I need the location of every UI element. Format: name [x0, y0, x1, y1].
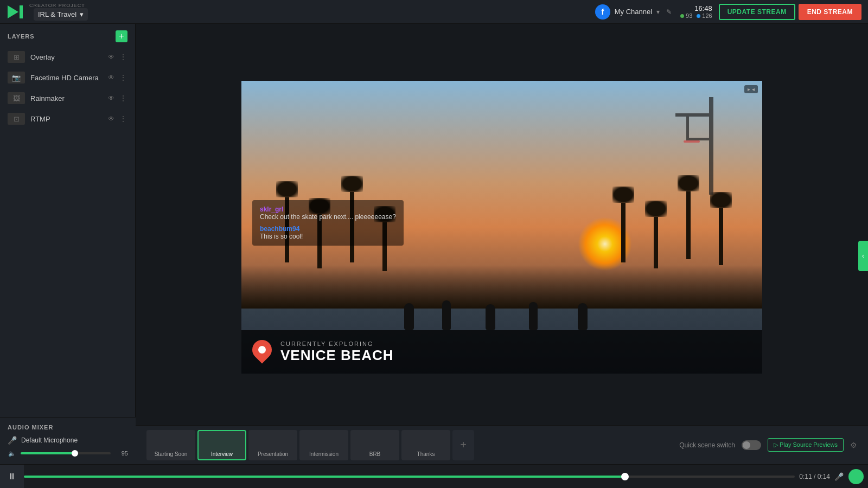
time-display: 0:11 / 0:14: [799, 473, 830, 480]
scene-label: Thanks: [417, 451, 435, 457]
layer-thumbnail: ⊞: [8, 51, 25, 63]
chat-message-1: Check out the skate park next.... pleeee…: [260, 213, 396, 221]
main-content: sklr_grl Check out the skate park next..…: [136, 24, 868, 464]
chat-user-2: beachbum94: [260, 225, 396, 233]
play-source-label: ▷ Play Source Previews: [774, 441, 838, 448]
audio-mixer: AUDIO MIXER 🎤 Default Microphone 🔈 95: [0, 417, 136, 464]
layer-thumbnail: 🖼: [8, 92, 25, 104]
scene-name: IRL & Travel: [38, 10, 76, 18]
layer-controls: 👁 ⋮: [107, 114, 127, 123]
layer-thumbnail: ⊡: [8, 113, 25, 125]
volume-row: 🔈 95: [8, 449, 128, 458]
layer-item[interactable]: ⊡ RTMP 👁 ⋮: [0, 108, 135, 129]
layers-title: LAYERS: [8, 33, 35, 40]
layer-item[interactable]: 📷 Facetime HD Camera 👁 ⋮: [0, 67, 135, 88]
scene-thumb[interactable]: BRB: [350, 430, 399, 460]
quick-scene-label: Quick scene switch: [679, 441, 735, 449]
current-time: 0:11: [799, 473, 812, 480]
play-pause-button[interactable]: ⏸: [0, 465, 24, 489]
scene-thumb[interactable]: Intermission: [299, 430, 348, 460]
location-pin-icon: [252, 340, 272, 364]
scene-thumb[interactable]: Thanks: [401, 430, 450, 460]
layer-name: Overlay: [30, 53, 101, 61]
layer-visibility-icon[interactable]: 👁: [107, 94, 116, 102]
mic-row: 🎤 Default Microphone: [8, 436, 128, 445]
scene-label: Interview: [211, 451, 233, 457]
channel-dropdown-icon[interactable]: ▾: [656, 8, 660, 16]
layer-visibility-icon[interactable]: 👁: [107, 114, 116, 123]
volume-value: 95: [115, 450, 128, 457]
update-stream-button[interactable]: UPDATE STREAM: [719, 4, 795, 20]
layer-controls: 👁 ⋮: [107, 73, 127, 82]
microphone-toggle-icon[interactable]: 🎤: [830, 468, 847, 485]
quick-scene-toggle[interactable]: [742, 440, 761, 450]
play-source-button[interactable]: ▷ Play Source Previews: [768, 438, 844, 452]
location-text: CURRENTLY EXPLORING VENICE BEACH: [280, 341, 751, 364]
exploring-label: CURRENTLY EXPLORING: [280, 341, 751, 347]
chevron-down-icon: ▾: [80, 10, 84, 18]
layers-list: ⊞ Overlay 👁 ⋮ 📷 Facetime HD Camera 👁 ⋮ 🖼…: [0, 47, 135, 129]
layer-name: Rainmaker: [30, 94, 101, 102]
scene-selector[interactable]: IRL & Travel ▾: [34, 8, 88, 21]
go-live-indicator: [848, 469, 864, 484]
viewer-stat: 126: [702, 12, 712, 19]
stream-stats: 16:48 93 126: [680, 4, 712, 19]
layer-name: Facetime HD Camera: [30, 74, 101, 82]
progress-track[interactable]: [24, 465, 795, 489]
scene-label: Intermission: [309, 451, 339, 457]
chat-message-2: This is so cool!: [260, 233, 396, 240]
mic-name: Default Microphone: [21, 436, 78, 444]
time-separator: /: [814, 473, 818, 480]
app-logo: [7, 3, 24, 21]
channel-name: My Channel: [615, 8, 652, 16]
upload-stat: 93: [686, 12, 692, 19]
layer-name: RTMP: [30, 115, 101, 123]
end-stream-button[interactable]: END STREAM: [799, 4, 861, 20]
scene-thumb[interactable]: Interview: [197, 430, 246, 460]
layer-thumbnail: 📷: [8, 72, 25, 84]
layer-more-icon[interactable]: ⋮: [119, 114, 127, 123]
layer-more-icon[interactable]: ⋮: [119, 53, 127, 61]
edit-channel-icon[interactable]: ✎: [666, 8, 672, 16]
layer-controls: 👁 ⋮: [107, 94, 127, 102]
layer-controls: 👁 ⋮: [107, 53, 127, 61]
scene-label: BRB: [369, 451, 381, 457]
scenes-list: Starting Soon Interview Presentation Int…: [146, 430, 450, 460]
source-preview-settings-icon[interactable]: ⚙: [850, 441, 857, 450]
location-name: VENICE BEACH: [280, 347, 751, 364]
microphone-icon: 🎤: [8, 436, 17, 445]
add-layer-button[interactable]: +: [116, 30, 127, 42]
layer-more-icon[interactable]: ⋮: [119, 94, 127, 102]
right-panel-toggle[interactable]: ‹: [858, 241, 868, 271]
stream-time: 16:48: [694, 4, 712, 12]
total-time: 0:14: [818, 473, 830, 480]
layer-more-icon[interactable]: ⋮: [119, 73, 127, 82]
corner-indicator: ▸ ◂: [744, 85, 758, 93]
left-panel: LAYERS + ⊞ Overlay 👁 ⋮ 📷 Facetime HD Cam…: [0, 24, 136, 464]
top-bar: CREATOR PROJECT IRL & Travel ▾ f My Chan…: [0, 0, 868, 24]
preview-area: sklr_grl Check out the skate park next..…: [136, 24, 868, 425]
layer-visibility-icon[interactable]: 👁: [107, 73, 116, 82]
bottom-right-icons: 🎤: [830, 468, 868, 485]
add-scene-button[interactable]: +: [452, 430, 474, 460]
bottom-bar: ⏸ 0:11 / 0:14 🎤: [0, 464, 868, 488]
layer-visibility-icon[interactable]: 👁: [107, 53, 116, 61]
volume-slider[interactable]: [21, 452, 111, 454]
scene-label: Presentation: [258, 451, 288, 457]
scene-thumb[interactable]: Starting Soon: [146, 430, 195, 460]
video-preview: sklr_grl Check out the skate park next..…: [241, 81, 762, 374]
svg-marker-0: [8, 5, 18, 18]
chat-overlay: sklr_grl Check out the skate park next..…: [252, 200, 404, 246]
audio-mixer-title: AUDIO MIXER: [8, 424, 128, 431]
volume-mute-button[interactable]: 🔈: [8, 449, 16, 458]
channel-area: f My Channel ▾ ✎: [595, 4, 672, 20]
chevron-left-icon: ‹: [862, 252, 864, 260]
layer-item[interactable]: ⊞ Overlay 👁 ⋮: [0, 47, 135, 67]
chat-user-1: sklr_grl: [260, 206, 396, 213]
facebook-icon: f: [595, 4, 610, 20]
scene-label: Starting Soon: [155, 451, 188, 457]
layer-item[interactable]: 🖼 Rainmaker 👁 ⋮: [0, 88, 135, 108]
scene-thumb[interactable]: Presentation: [248, 430, 297, 460]
location-overlay: CURRENTLY EXPLORING VENICE BEACH: [241, 330, 762, 374]
scene-bar: Starting Soon Interview Presentation Int…: [136, 425, 868, 464]
